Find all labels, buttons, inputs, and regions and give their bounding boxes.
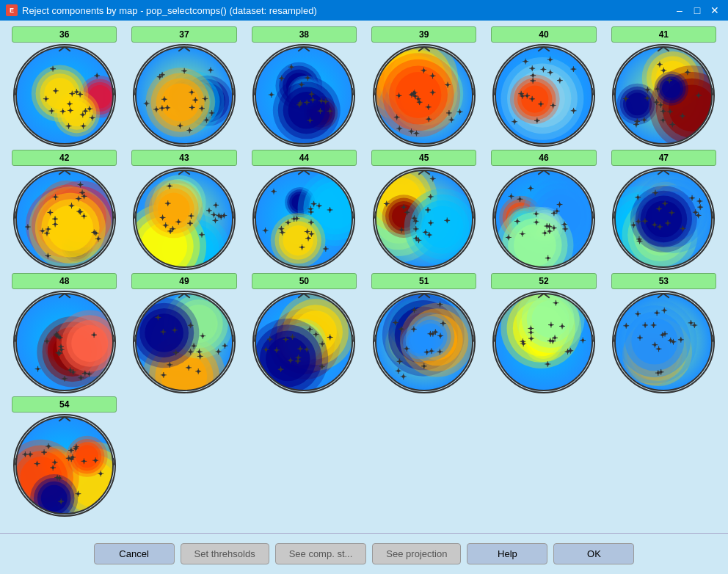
maximize-button[interactable]: □ bbox=[690, 3, 705, 18]
window-controls: – □ ✕ bbox=[672, 3, 722, 18]
component-cell-48: 48 bbox=[6, 273, 123, 393]
component-cell-54: 54 bbox=[6, 396, 123, 517]
topo-map-45[interactable] bbox=[373, 167, 476, 270]
component-button-43[interactable]: 43 bbox=[131, 150, 236, 166]
topo-map-42[interactable] bbox=[13, 167, 116, 270]
empty-cell-1 bbox=[246, 396, 363, 517]
component-cell-49: 49 bbox=[125, 273, 242, 393]
svg-point-841 bbox=[630, 186, 697, 253]
component-cell-36: 36 bbox=[6, 26, 123, 147]
component-button-44[interactable]: 44 bbox=[252, 150, 357, 166]
component-cell-52: 52 bbox=[485, 273, 602, 393]
see-comp-st-button[interactable]: See comp. st... bbox=[275, 543, 367, 564]
topo-map-46[interactable] bbox=[492, 167, 595, 270]
cancel-button[interactable]: Cancel bbox=[94, 543, 175, 564]
empty-cell-4 bbox=[605, 396, 722, 517]
topo-map-38[interactable] bbox=[252, 44, 355, 147]
component-cell-51: 51 bbox=[365, 273, 482, 393]
component-button-37[interactable]: 37 bbox=[131, 26, 236, 43]
topo-map-50[interactable] bbox=[252, 291, 355, 393]
topo-map-36[interactable] bbox=[13, 44, 116, 147]
title-bar: E Reject components by map - pop_selectc… bbox=[0, 0, 728, 21]
component-button-46[interactable]: 46 bbox=[491, 150, 596, 166]
component-cell-38: 38 bbox=[246, 26, 363, 147]
window-title: Reject components by map - pop_selectcom… bbox=[22, 5, 317, 16]
topo-map-48[interactable] bbox=[13, 291, 116, 393]
svg-point-1129 bbox=[406, 313, 454, 361]
component-cell-44: 44 bbox=[246, 150, 363, 270]
component-cell-47: 47 bbox=[605, 150, 722, 270]
topo-map-43[interactable] bbox=[133, 167, 236, 270]
component-button-36[interactable]: 36 bbox=[12, 26, 117, 43]
topo-map-52[interactable] bbox=[492, 291, 595, 393]
see-projection-button[interactable]: See projection bbox=[372, 543, 461, 564]
component-cell-53: 53 bbox=[605, 273, 722, 393]
help-button[interactable]: Help bbox=[467, 543, 547, 564]
component-button-39[interactable]: 39 bbox=[371, 26, 476, 43]
close-button[interactable]: ✕ bbox=[707, 3, 722, 18]
minimize-button[interactable]: – bbox=[672, 3, 687, 18]
svg-point-380 bbox=[655, 71, 689, 106]
topo-map-44[interactable] bbox=[252, 167, 355, 270]
component-grid: 36373839404142434445464748495051525354 bbox=[6, 26, 722, 517]
ok-button[interactable]: OK bbox=[553, 543, 634, 564]
component-cell-46: 46 bbox=[485, 150, 602, 270]
component-button-47[interactable]: 47 bbox=[611, 150, 716, 166]
component-button-40[interactable]: 40 bbox=[491, 26, 596, 43]
empty-cell-3 bbox=[485, 396, 602, 517]
component-cell-45: 45 bbox=[365, 150, 482, 270]
bottom-bar: Cancel Set threhsolds See comp. st... Se… bbox=[0, 533, 728, 574]
topo-map-54[interactable] bbox=[13, 414, 116, 517]
component-button-52[interactable]: 52 bbox=[491, 273, 596, 289]
topo-map-39[interactable] bbox=[373, 44, 476, 147]
component-button-45[interactable]: 45 bbox=[371, 150, 476, 166]
set-thresholds-button[interactable]: Set threhsolds bbox=[181, 543, 269, 564]
component-button-51[interactable]: 51 bbox=[371, 273, 476, 289]
svg-point-460 bbox=[29, 186, 112, 269]
component-button-42[interactable]: 42 bbox=[12, 150, 117, 166]
component-cell-43: 43 bbox=[125, 150, 242, 270]
topo-map-37[interactable] bbox=[133, 44, 236, 147]
topo-map-51[interactable] bbox=[373, 291, 476, 393]
topo-map-41[interactable] bbox=[612, 44, 715, 147]
component-button-48[interactable]: 48 bbox=[12, 273, 117, 289]
component-cell-37: 37 bbox=[125, 26, 242, 147]
component-button-50[interactable]: 50 bbox=[252, 273, 357, 289]
component-cell-39: 39 bbox=[365, 26, 482, 147]
empty-cell-2 bbox=[365, 396, 482, 517]
main-content: 36373839404142434445464748495051525354 bbox=[0, 21, 728, 533]
app-icon: E bbox=[6, 4, 18, 16]
component-cell-40: 40 bbox=[485, 26, 602, 147]
empty-cell-0 bbox=[125, 396, 242, 517]
topo-map-40[interactable] bbox=[492, 44, 595, 147]
topo-map-47[interactable] bbox=[612, 167, 715, 270]
component-cell-41: 41 bbox=[605, 26, 722, 147]
component-button-41[interactable]: 41 bbox=[611, 26, 716, 43]
topo-map-53[interactable] bbox=[612, 291, 715, 393]
component-cell-42: 42 bbox=[6, 150, 123, 270]
topo-map-49[interactable] bbox=[133, 291, 236, 393]
component-cell-50: 50 bbox=[246, 273, 363, 393]
component-button-38[interactable]: 38 bbox=[252, 26, 357, 43]
component-button-53[interactable]: 53 bbox=[611, 273, 716, 289]
component-button-49[interactable]: 49 bbox=[131, 273, 236, 289]
component-button-54[interactable]: 54 bbox=[12, 396, 117, 413]
svg-point-232 bbox=[376, 53, 459, 137]
